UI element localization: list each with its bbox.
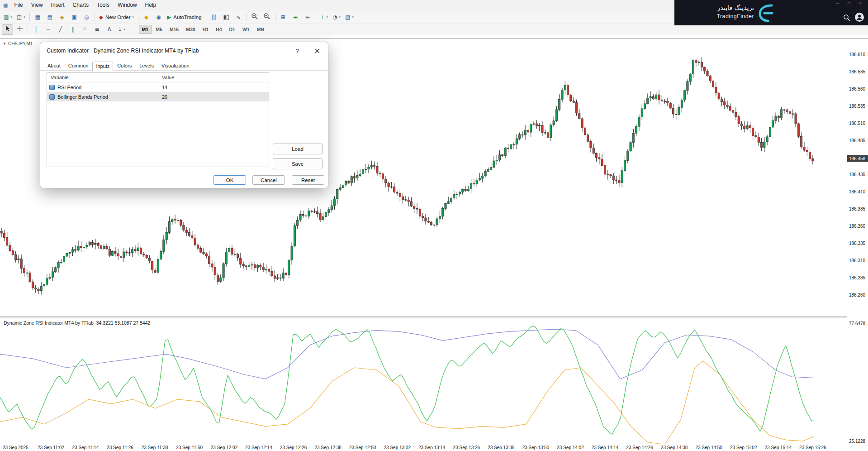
timeframe-h1-button[interactable]: H1: [199, 25, 212, 34]
market-watch-button[interactable]: ▦: [32, 12, 43, 22]
brand-name-english: TradingFinder: [716, 13, 754, 19]
vertical-line-tool[interactable]: │: [30, 24, 42, 35]
timeframe-m5-button[interactable]: M5: [152, 25, 166, 34]
dropdown-caret-icon: ▾: [133, 15, 134, 19]
inputs-table: Variable Value RSI Period14Bollinger Ban…: [47, 72, 269, 167]
autotrading-button[interactable]: ▶AutoTrading: [165, 12, 203, 22]
save-button[interactable]: Save: [273, 158, 323, 169]
navigator-icon: ◈: [60, 14, 64, 20]
input-value[interactable]: 20: [159, 94, 167, 100]
timeframe-m15-button[interactable]: M15: [166, 25, 182, 34]
text-tool[interactable]: A: [104, 24, 115, 35]
navigator-button[interactable]: ◈: [57, 12, 68, 22]
input-value[interactable]: 14: [159, 85, 167, 90]
strategy-tester-button[interactable]: ◎: [81, 12, 92, 22]
tab-visualization[interactable]: Visualization: [158, 61, 193, 70]
symbol-dropdown-icon[interactable]: ▼: [3, 42, 6, 46]
zoom-out-button[interactable]: [261, 12, 273, 22]
new-order-button[interactable]: ◆New Order▾: [97, 12, 136, 22]
equidistant-channel-tool[interactable]: ∥: [67, 24, 78, 35]
timeframe-m30-button[interactable]: M30: [183, 25, 198, 34]
reset-button[interactable]: Reset: [292, 175, 324, 185]
arrows-icon: ⇣: [118, 27, 122, 32]
tradingfinder-logo-icon: [758, 4, 774, 23]
time-axis[interactable]: 23 Sep 202523 Sep 11:0223 Sep 11:1423 Se…: [0, 444, 868, 451]
symbol-text: CHFJPY,M1: [8, 41, 33, 46]
menu-item-window[interactable]: Window: [114, 1, 141, 9]
ok-button[interactable]: OK: [213, 175, 246, 185]
menu-item-help[interactable]: Help: [141, 1, 161, 9]
cancel-button[interactable]: Cancel: [252, 175, 285, 185]
tab-colors[interactable]: Colors: [114, 61, 135, 70]
tab-about[interactable]: About: [44, 61, 64, 70]
fibonacci-tool[interactable]: ≣: [79, 24, 90, 35]
time-axis-label: 23 Sep 13:14: [418, 445, 446, 450]
dropdown-caret-icon: ▾: [10, 15, 12, 19]
profiles-button[interactable]: ◫▾: [15, 12, 27, 22]
menu-item-charts[interactable]: Charts: [69, 1, 93, 9]
periods-button[interactable]: ◔▾: [331, 12, 342, 22]
mt4-application: ▦FileViewInsertChartsToolsWindowHelp ▥▾◫…: [0, 0, 868, 451]
auto-scroll-button[interactable]: ⇥: [290, 12, 301, 22]
menu-item-file[interactable]: File: [10, 1, 27, 9]
time-axis-label: 23 Sep 13:38: [488, 445, 515, 450]
indicators-button[interactable]: +▾: [318, 12, 330, 22]
price-axis-label: 186.435: [849, 172, 865, 177]
trendline-tool[interactable]: ╱: [55, 24, 66, 35]
chart-symbol-label: ▼ CHFJPY,M1: [3, 41, 33, 46]
time-axis-label: 23 Sep 11:38: [142, 445, 168, 450]
arrows-tool[interactable]: ⇣▾: [116, 24, 128, 35]
line-chart-button[interactable]: ∿: [233, 12, 244, 22]
horizontal-line-icon: ─: [47, 27, 50, 32]
input-row[interactable]: Bollinger Bands Period20: [47, 92, 269, 101]
text-icon: A: [107, 27, 111, 32]
dialog-close-button[interactable]: [312, 48, 323, 53]
dialog-titlebar[interactable]: Custom Indicator - Dynamic Zone RSI Indi…: [40, 42, 328, 59]
timeframe-m1-button[interactable]: M1: [139, 25, 152, 34]
menu-item-view[interactable]: View: [27, 1, 47, 9]
metaeditor-button[interactable]: ◆: [141, 12, 152, 22]
tab-common[interactable]: Common: [65, 61, 92, 70]
user-avatar[interactable]: [854, 12, 864, 24]
tab-levels[interactable]: Levels: [136, 61, 157, 70]
price-axis[interactable]: 186.458 77.6478 25.1228 186.610186.58518…: [847, 39, 868, 444]
cursor-tool[interactable]: [2, 24, 13, 35]
lines-tool[interactable]: ≡: [91, 24, 103, 35]
fibonacci-icon: ≣: [82, 27, 87, 32]
price-axis-label: 186.335: [849, 240, 865, 245]
expert-advisors-button[interactable]: ◉: [153, 12, 164, 22]
menu-item-tools[interactable]: Tools: [93, 1, 114, 9]
zoom-in-button[interactable]: [249, 12, 261, 22]
search-icon[interactable]: [843, 14, 851, 24]
templates-icon: ▧: [345, 14, 350, 20]
tile-windows-button[interactable]: ⊞: [278, 12, 289, 22]
timeframe-w1-button[interactable]: W1: [239, 25, 253, 34]
indicator-title: Dynamic Zone RSI Indicator MT4 by TFlab: [4, 320, 94, 326]
new-chart-button[interactable]: ▥▾: [2, 12, 14, 22]
crosshair-tool[interactable]: [14, 24, 25, 35]
time-axis-label: 23 Sep 15:26: [799, 445, 826, 450]
menu-item-insert[interactable]: Insert: [47, 1, 69, 9]
dialog-help-button[interactable]: ?: [292, 48, 303, 54]
indicator-label: Dynamic Zone RSI Indicator MT4 by TFlab …: [4, 320, 150, 326]
close-window-icon[interactable]: ×: [858, 1, 863, 6]
timeframe-d1-button[interactable]: D1: [226, 25, 238, 34]
maximize-window-icon[interactable]: □: [847, 1, 851, 6]
minimize-window-icon[interactable]: ─: [835, 1, 840, 6]
timeframe-mn-button[interactable]: MN: [254, 25, 267, 34]
horizontal-line-tool[interactable]: ─: [43, 24, 54, 35]
new-order-label: New Order: [105, 14, 131, 20]
bars-chart-button[interactable]: |||: [209, 12, 220, 22]
input-row[interactable]: RSI Period14: [47, 82, 269, 92]
candlestick-chart-button[interactable]: ▮▯: [221, 12, 232, 22]
tab-inputs[interactable]: Inputs: [92, 62, 113, 71]
data-window-button[interactable]: ▤: [44, 12, 56, 22]
periods-icon: ◔: [332, 14, 337, 20]
terminal-button[interactable]: ▣: [69, 12, 80, 22]
table-header-variable: Variable: [47, 75, 159, 80]
load-button[interactable]: Load: [273, 144, 323, 154]
timeframe-h4-button[interactable]: H4: [213, 25, 225, 34]
templates-button[interactable]: ▧▾: [343, 12, 356, 22]
chart-shift-button[interactable]: ⇤: [302, 12, 313, 22]
time-axis-label: 23 Sep 11:02: [38, 445, 64, 450]
